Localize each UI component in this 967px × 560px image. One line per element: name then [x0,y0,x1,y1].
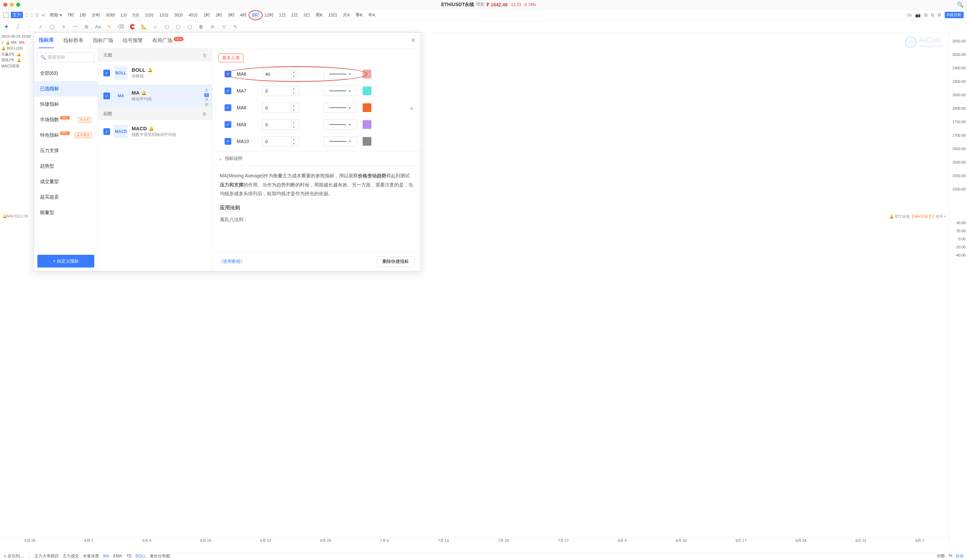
status-item[interactable]: MA [103,553,109,558]
note-icon[interactable]: ✎ [232,23,238,30]
tutorial-link[interactable]: 《使用教程》 [218,259,245,265]
close-icon[interactable]: ✕ [411,37,416,44]
trash-icon[interactable]: 🗑 [202,111,207,117]
timeframe-2时[interactable]: 2时 [214,12,224,19]
timeframe-15日[interactable]: 15日 [327,12,339,19]
period-dropdown[interactable]: 周期 ▾ [48,12,64,19]
ellipse-icon[interactable]: ◯ [49,23,55,30]
timeframe-12时[interactable]: 12时 [262,12,275,19]
settings-icon[interactable]: ⚙ [937,12,941,18]
category-item[interactable]: 能量型 [34,205,97,221]
horiz-lines-icon[interactable]: ≡ [61,23,67,30]
category-item[interactable]: 趋势型 [34,158,97,174]
indicator-row-ma[interactable]: ✓MAMA 🔔移动平均线主BM副 [98,84,212,107]
line-style-select[interactable]: ▼ [323,136,357,147]
checkbox-icon[interactable]: ✓ [103,70,110,76]
modal-tab[interactable]: 布局广场NEW [152,33,183,48]
timeframe-45分[interactable]: 45分 [187,12,199,19]
indicator-row-boll[interactable]: ✓BOLLBOLL 🔔布林线 [98,62,212,84]
color-swatch[interactable] [363,103,371,112]
list-icon[interactable]: ☰ [35,12,39,18]
ray-icon[interactable]: ⟋ [26,23,32,30]
calendar-icon[interactable]: ▯ [31,12,33,18]
pct-scale[interactable]: % [949,553,952,559]
brush-icon[interactable]: ✎ [106,23,112,30]
timeframe-月K[interactable]: 月K [341,12,352,19]
checkbox-icon[interactable]: ✓ [224,71,231,77]
checkbox-icon[interactable]: ✓ [224,121,231,128]
line-style-select[interactable]: ▼ [323,86,357,96]
param-input[interactable]: 0▲▼ [262,119,299,130]
trend-line-icon[interactable]: ╱ [15,23,21,30]
custom-indicator-button[interactable]: + 自定义指标 [37,255,94,268]
timeframe-30秒[interactable]: 30秒 [104,12,117,19]
modal-tab[interactable]: 指标广场 [93,33,113,48]
layout-icon[interactable] [3,12,9,18]
category-item[interactable]: 超买超卖 [34,189,97,205]
param-input[interactable]: 0▲▼ [262,136,299,147]
timeframe-年K[interactable]: 年K [367,12,378,19]
timeframe-15分[interactable]: 15分 [158,12,170,19]
maximize-icon[interactable] [16,3,20,7]
rect-icon[interactable]: ⊞ [84,23,89,30]
trash-icon[interactable]: 🗑 [198,23,204,30]
hex-icon[interactable]: ⬡ [25,12,29,18]
log-scale[interactable]: 对数 [937,553,945,559]
indicator-row-macd[interactable]: ✓MACDMACD 🔔指数平滑异同移动平均线 [98,120,212,143]
timeframe-周K[interactable]: 周K [314,12,325,19]
box2-icon[interactable]: ▢ [175,23,181,30]
magnet-icon[interactable]: 🧲 [129,23,135,30]
modal-tab[interactable]: 信号预警 [122,33,143,48]
checkbox-icon[interactable]: ✓ [224,104,231,111]
checkbox-icon[interactable]: ✓ [103,128,110,135]
line-style-select[interactable]: ▼ [323,103,357,113]
trash-icon[interactable]: 🗑 [202,53,207,58]
delete-shortcut-button[interactable]: 删除快捷指标 [377,256,414,267]
kline-analysis-button[interactable]: K线分析 [945,12,964,18]
timeframe-10分[interactable]: 10分 [143,12,155,19]
copy-icon[interactable]: ⧉ [931,12,934,18]
timeframe-8时[interactable]: 8时 [251,12,261,19]
color-swatch[interactable] [363,120,371,129]
line-style-select[interactable]: ▼ [323,69,357,79]
zero-s[interactable]: 0s [907,12,912,18]
checkbox-icon[interactable]: ✓ [224,87,231,94]
category-item[interactable]: 压力支撑 [34,143,97,158]
text-icon[interactable]: Aa [95,23,101,30]
timeframe-1时[interactable]: 1时 [202,12,212,19]
search-input[interactable]: 🔍 搜索指标 [37,52,94,62]
category-item[interactable]: 快捷指标 [34,97,97,112]
timeframe-4时[interactable]: 4时 [238,12,249,19]
status-item[interactable]: 主力成交 [63,553,79,558]
color-swatch[interactable] [363,137,371,146]
color-swatch[interactable] [363,70,371,78]
line-style-select[interactable]: ▼ [323,119,357,130]
timeframe-1日[interactable]: 1日 [277,12,287,19]
modal-tab[interactable]: 指标胜率 [63,33,84,48]
color-swatch[interactable] [363,86,371,95]
status-item[interactable]: TD [126,553,131,558]
rewind-icon[interactable]: ≪ [41,12,46,18]
signal-notification[interactable]: 🔔 BTC出现【MACD金叉】信号 × [889,214,946,219]
category-item[interactable]: 全部(63) [34,66,97,81]
category-item[interactable]: 已选指标 [34,81,97,97]
parallel-icon[interactable]: ⫽ [38,23,44,30]
timeframe-1分[interactable]: 1分 [119,12,129,19]
timeframe-1秒[interactable]: 1秒 [78,12,88,19]
timeframe-3日[interactable]: 3日 [302,12,312,19]
grid-icon[interactable]: ⊞ [924,12,927,18]
category-item[interactable]: 特色指标PRO多维看盘 [34,128,97,143]
ruler-icon[interactable]: 📐 [141,23,147,30]
timeframe-5分[interactable]: 5分 [131,12,141,19]
locate-button[interactable]: ⊙ 定位到… [3,553,24,559]
crosshair-icon[interactable]: ✚ [3,23,10,30]
search-icon[interactable]: 🔍 [957,2,964,8]
timeframe-季K[interactable]: 季K [354,12,365,19]
modal-tab[interactable]: 指标库 [39,33,54,48]
auto-scale[interactable]: 自动 [955,553,964,559]
camera-icon[interactable]: 📷 [915,12,921,18]
wave-icon[interactable]: 〰 [72,23,78,30]
status-item[interactable]: EMA [113,553,122,558]
box1-icon[interactable]: ▢ [163,23,170,30]
timeframe-7时[interactable]: 7时 [66,12,76,19]
